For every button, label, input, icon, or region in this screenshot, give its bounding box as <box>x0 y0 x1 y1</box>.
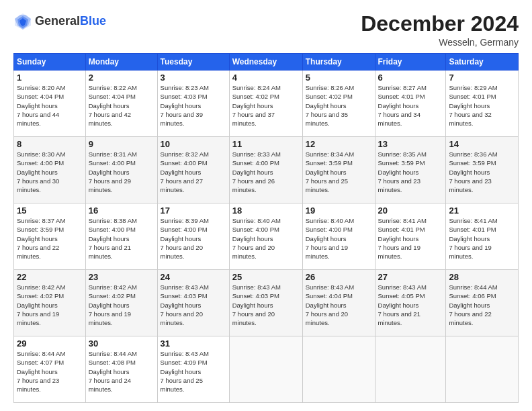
location: Wesseln, Germany <box>361 37 519 48</box>
day-number: 8 <box>17 139 83 149</box>
table-row <box>229 336 302 403</box>
day-number: 15 <box>17 205 83 216</box>
day-info: Sunrise: 8:43 AMSunset: 4:09 PMDaylight … <box>161 349 226 394</box>
table-row: 20 Sunrise: 8:41 AMSunset: 4:01 PMDaylig… <box>375 203 446 270</box>
table-row: 16 Sunrise: 8:38 AMSunset: 4:00 PMDaylig… <box>85 203 157 270</box>
day-number: 20 <box>378 205 443 216</box>
calendar-week-row: 22 Sunrise: 8:42 AMSunset: 4:02 PMDaylig… <box>14 270 519 336</box>
day-number: 18 <box>232 205 300 216</box>
day-info: Sunrise: 8:41 AMSunset: 4:01 PMDaylight … <box>449 216 515 261</box>
table-row: 25 Sunrise: 8:43 AMSunset: 4:03 PMDaylig… <box>229 270 302 336</box>
day-info: Sunrise: 8:36 AMSunset: 3:59 PMDaylight … <box>449 150 515 194</box>
day-info: Sunrise: 8:39 AMSunset: 4:00 PMDaylight … <box>161 216 226 261</box>
day-number: 26 <box>306 272 372 282</box>
day-number: 5 <box>306 73 372 83</box>
day-info: Sunrise: 8:43 AMSunset: 4:03 PMDaylight … <box>161 283 226 327</box>
table-row: 6 Sunrise: 8:27 AMSunset: 4:01 PMDayligh… <box>375 71 446 137</box>
table-row: 23 Sunrise: 8:42 AMSunset: 4:02 PMDaylig… <box>85 270 157 336</box>
table-row: 22 Sunrise: 8:42 AMSunset: 4:02 PMDaylig… <box>14 270 86 336</box>
table-row: 26 Sunrise: 8:43 AMSunset: 4:04 PMDaylig… <box>302 270 375 336</box>
col-sunday: Sunday <box>14 54 86 71</box>
day-number: 6 <box>378 73 443 83</box>
table-row: 3 Sunrise: 8:23 AMSunset: 4:03 PMDayligh… <box>157 71 229 137</box>
table-row <box>446 336 519 403</box>
table-row: 24 Sunrise: 8:43 AMSunset: 4:03 PMDaylig… <box>157 270 229 336</box>
day-info: Sunrise: 8:37 AMSunset: 3:59 PMDaylight … <box>17 216 83 261</box>
logo-blue: Blue <box>80 14 106 28</box>
day-info: Sunrise: 8:20 AMSunset: 4:04 PMDaylight … <box>17 83 83 128</box>
calendar-week-row: 1 Sunrise: 8:20 AMSunset: 4:04 PMDayligh… <box>14 71 519 137</box>
table-row: 27 Sunrise: 8:43 AMSunset: 4:05 PMDaylig… <box>375 270 446 336</box>
table-row: 17 Sunrise: 8:39 AMSunset: 4:00 PMDaylig… <box>157 203 229 270</box>
day-info: Sunrise: 8:34 AMSunset: 3:59 PMDaylight … <box>306 150 372 194</box>
day-info: Sunrise: 8:23 AMSunset: 4:03 PMDaylight … <box>161 83 226 128</box>
day-number: 21 <box>449 205 515 216</box>
logo-text: GeneralBlue <box>35 15 106 28</box>
day-number: 11 <box>232 139 300 149</box>
table-row: 10 Sunrise: 8:32 AMSunset: 4:00 PMDaylig… <box>157 137 229 203</box>
day-info: Sunrise: 8:31 AMSunset: 4:00 PMDaylight … <box>89 150 154 194</box>
day-number: 22 <box>17 272 83 282</box>
day-number: 14 <box>449 139 515 149</box>
calendar-week-row: 15 Sunrise: 8:37 AMSunset: 3:59 PMDaylig… <box>14 203 519 270</box>
day-info: Sunrise: 8:29 AMSunset: 4:01 PMDaylight … <box>449 83 515 128</box>
logo-general: General <box>35 14 80 28</box>
day-info: Sunrise: 8:40 AMSunset: 4:00 PMDaylight … <box>232 216 300 261</box>
title-block: December 2024 Wesseln, Germany <box>361 12 519 48</box>
day-number: 10 <box>161 139 226 149</box>
col-tuesday: Tuesday <box>157 54 229 71</box>
logo: GeneralBlue <box>13 12 106 31</box>
table-row: 1 Sunrise: 8:20 AMSunset: 4:04 PMDayligh… <box>14 71 86 137</box>
table-row: 4 Sunrise: 8:24 AMSunset: 4:02 PMDayligh… <box>229 71 302 137</box>
day-number: 17 <box>161 205 226 216</box>
day-info: Sunrise: 8:43 AMSunset: 4:03 PMDaylight … <box>232 283 300 327</box>
table-row: 21 Sunrise: 8:41 AMSunset: 4:01 PMDaylig… <box>446 203 519 270</box>
col-monday: Monday <box>85 54 157 71</box>
table-row <box>302 336 375 403</box>
table-row: 30 Sunrise: 8:44 AMSunset: 4:08 PMDaylig… <box>85 336 157 403</box>
day-number: 2 <box>89 73 154 83</box>
day-info: Sunrise: 8:42 AMSunset: 4:02 PMDaylight … <box>89 283 154 327</box>
day-info: Sunrise: 8:43 AMSunset: 4:04 PMDaylight … <box>306 283 372 327</box>
month-title: December 2024 <box>361 12 519 36</box>
day-number: 13 <box>378 139 443 149</box>
day-info: Sunrise: 8:33 AMSunset: 4:00 PMDaylight … <box>232 150 300 194</box>
day-info: Sunrise: 8:35 AMSunset: 3:59 PMDaylight … <box>378 150 443 194</box>
col-saturday: Saturday <box>446 54 519 71</box>
table-row: 7 Sunrise: 8:29 AMSunset: 4:01 PMDayligh… <box>446 71 519 137</box>
col-wednesday: Wednesday <box>229 54 302 71</box>
day-number: 25 <box>232 272 300 282</box>
col-friday: Friday <box>375 54 446 71</box>
table-row: 8 Sunrise: 8:30 AMSunset: 4:00 PMDayligh… <box>14 137 86 203</box>
table-row: 12 Sunrise: 8:34 AMSunset: 3:59 PMDaylig… <box>302 137 375 203</box>
table-row: 11 Sunrise: 8:33 AMSunset: 4:00 PMDaylig… <box>229 137 302 203</box>
page: GeneralBlue December 2024 Wesseln, Germa… <box>0 0 532 411</box>
calendar-header-row: Sunday Monday Tuesday Wednesday Thursday… <box>14 54 519 71</box>
day-info: Sunrise: 8:30 AMSunset: 4:00 PMDaylight … <box>17 150 83 194</box>
day-info: Sunrise: 8:42 AMSunset: 4:02 PMDaylight … <box>17 283 83 327</box>
day-number: 9 <box>89 139 154 149</box>
table-row: 29 Sunrise: 8:44 AMSunset: 4:07 PMDaylig… <box>14 336 86 403</box>
table-row: 2 Sunrise: 8:22 AMSunset: 4:04 PMDayligh… <box>85 71 157 137</box>
day-number: 28 <box>449 272 515 282</box>
table-row: 13 Sunrise: 8:35 AMSunset: 3:59 PMDaylig… <box>375 137 446 203</box>
day-number: 7 <box>449 73 515 83</box>
day-info: Sunrise: 8:41 AMSunset: 4:01 PMDaylight … <box>378 216 443 261</box>
table-row: 31 Sunrise: 8:43 AMSunset: 4:09 PMDaylig… <box>157 336 229 403</box>
day-info: Sunrise: 8:40 AMSunset: 4:00 PMDaylight … <box>306 216 372 261</box>
day-number: 1 <box>17 73 83 83</box>
day-info: Sunrise: 8:38 AMSunset: 4:00 PMDaylight … <box>89 216 154 261</box>
day-info: Sunrise: 8:26 AMSunset: 4:02 PMDaylight … <box>306 83 372 128</box>
table-row: 28 Sunrise: 8:44 AMSunset: 4:06 PMDaylig… <box>446 270 519 336</box>
calendar-week-row: 8 Sunrise: 8:30 AMSunset: 4:00 PMDayligh… <box>14 137 519 203</box>
day-number: 19 <box>306 205 372 216</box>
day-number: 12 <box>306 139 372 149</box>
day-number: 30 <box>89 338 154 349</box>
logo-icon <box>13 12 32 31</box>
day-number: 3 <box>161 73 226 83</box>
table-row: 15 Sunrise: 8:37 AMSunset: 3:59 PMDaylig… <box>14 203 86 270</box>
day-number: 23 <box>89 272 154 282</box>
day-number: 16 <box>89 205 154 216</box>
table-row <box>375 336 446 403</box>
table-row: 19 Sunrise: 8:40 AMSunset: 4:00 PMDaylig… <box>302 203 375 270</box>
